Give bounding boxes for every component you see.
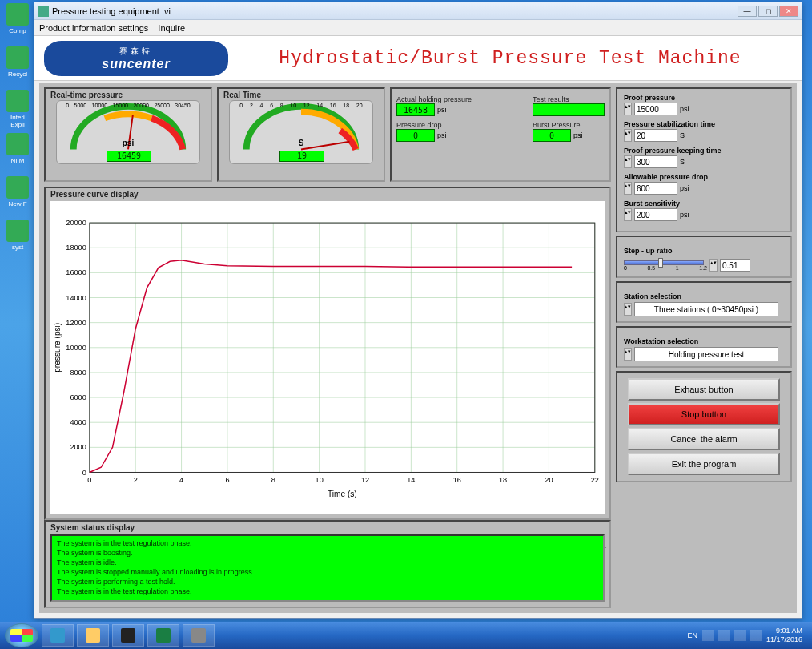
svg-text:2: 2 (134, 476, 138, 484)
svg-text:8: 8 (271, 476, 275, 484)
spin-icon[interactable]: ▴▾ (624, 208, 632, 221)
spin-icon[interactable]: ▴▾ (709, 259, 718, 272)
svg-text:4000: 4000 (70, 418, 86, 426)
realtime-time-panel: Real Time 02468101214161820 S 19 (217, 87, 385, 182)
pressure-curve-panel: Pressure curve display 02468101214161820… (44, 187, 611, 520)
tray-icon[interactable] (702, 630, 714, 641)
svg-text:14: 14 (407, 476, 415, 484)
menubar: Product information settings Inquire (34, 20, 802, 36)
pressure-drop-value: 0 (396, 129, 435, 142)
status-panel: System status display ▲ The system is in… (44, 520, 611, 608)
workstation-select[interactable]: Holding pressure test (634, 347, 778, 361)
menu-inquire[interactable]: Inquire (158, 23, 185, 33)
burst-pressure-value: 0 (533, 129, 571, 142)
window-title: Pressure testing equipment .vi (52, 6, 738, 16)
stop-button[interactable]: Stop button (628, 403, 780, 425)
svg-text:10: 10 (316, 476, 324, 484)
desktop-icon[interactable]: Recycl (3, 46, 32, 82)
system-tray: EN 9:01 AM 11/17/2016 (687, 627, 807, 644)
desktop-icon[interactable]: syst (3, 220, 32, 255)
app-icon (38, 6, 49, 17)
pressure-chart: 0246810121416182022020004000600080001000… (50, 201, 605, 514)
station-select[interactable]: Three stations ( 0~30450psi ) (634, 302, 778, 316)
svg-text:14000: 14000 (66, 294, 86, 302)
parameters-panel: Proof pressure ▴▾psi Pressure stabilizat… (616, 87, 792, 232)
language-indicator[interactable]: EN (687, 631, 697, 639)
desktop-icon[interactable]: Interi Expli (3, 90, 32, 125)
realtime-pressure-panel: Real-time pressure 050001000015000200002… (44, 87, 212, 182)
cancel-alarm-button[interactable]: Cancel the alarm (628, 428, 780, 450)
desktop-icon[interactable]: NI M (3, 133, 32, 168)
svg-text:16: 16 (453, 476, 461, 484)
pressure-gauge: 050001000015000200002500030450 psi 16459 (56, 100, 200, 164)
keeping-time-param: Proof pressure keeping time ▴▾S (624, 147, 784, 168)
taskbar-labview[interactable] (112, 624, 144, 647)
readouts-panel: Actual holding pressure 16458psi Pressur… (390, 87, 611, 182)
svg-text:12000: 12000 (66, 319, 86, 327)
svg-text:20: 20 (545, 476, 553, 484)
time-gauge: 02468101214161820 S 19 (229, 100, 373, 164)
svg-text:22: 22 (591, 476, 599, 484)
test-results-indicator (533, 103, 605, 116)
svg-text:20000: 20000 (66, 219, 86, 227)
logo: 赛森特 suncenter (44, 41, 228, 76)
keeping-time-input[interactable] (634, 155, 677, 168)
titlebar[interactable]: Pressure testing equipment .vi — ◻ ✕ (34, 2, 802, 20)
svg-text:0: 0 (87, 476, 91, 484)
pressure-value: 16459 (107, 151, 151, 162)
allowable-drop-input[interactable] (634, 182, 677, 195)
station-selection-panel: Station selection ▴▾Three stations ( 0~3… (616, 281, 792, 323)
exit-button[interactable]: Exit the program (628, 453, 780, 475)
proof-pressure-param: Proof pressure ▴▾psi (624, 94, 784, 115)
taskbar-explorer[interactable] (77, 624, 109, 647)
taskbar-ie[interactable] (42, 624, 74, 647)
menu-product-info[interactable]: Product information settings (39, 23, 148, 33)
svg-text:16000: 16000 (66, 268, 86, 276)
close-button[interactable]: ✕ (779, 6, 798, 17)
app-window: Pressure testing equipment .vi — ◻ ✕ Pro… (34, 2, 802, 619)
svg-text:2000: 2000 (70, 443, 86, 451)
burst-sensitivity-param: Burst sensitivity ▴▾psi (624, 200, 784, 221)
svg-text:6: 6 (225, 476, 229, 484)
svg-text:18: 18 (499, 476, 507, 484)
status-log[interactable]: The system is in the test regulation pha… (50, 534, 605, 602)
svg-text:4: 4 (179, 476, 183, 484)
step-up-input[interactable] (720, 259, 750, 272)
step-up-slider[interactable] (624, 260, 704, 265)
spin-icon[interactable]: ▴▾ (624, 155, 632, 168)
desktop-icon[interactable]: New F (3, 176, 32, 212)
main-title: Hydrostatic/Burst Pressure Test Machine (228, 48, 792, 69)
actual-holding-value: 16458 (396, 103, 435, 116)
time-value: 19 (279, 151, 324, 162)
minimize-button[interactable]: — (738, 6, 757, 17)
svg-text:18000: 18000 (66, 244, 86, 252)
step-up-panel: Step - up ratio 00.511.2 ▴▾ (616, 236, 792, 278)
desktop-icons: Comp Recycl Interi Expli NI M New F syst (3, 3, 32, 263)
clock[interactable]: 9:01 AM 11/17/2016 (766, 627, 802, 644)
volume-icon[interactable] (750, 630, 762, 641)
svg-text:8000: 8000 (70, 369, 86, 377)
burst-sensitivity-input[interactable] (634, 208, 677, 221)
start-button[interactable] (5, 623, 38, 647)
svg-text:6000: 6000 (70, 393, 86, 401)
exhaust-button[interactable]: Exhaust button (628, 378, 780, 401)
header: 赛森特 suncenter Hydrostatic/Burst Pressure… (34, 36, 802, 81)
maximize-button[interactable]: ◻ (758, 6, 778, 17)
network-icon[interactable] (734, 630, 746, 641)
svg-text:0: 0 (82, 469, 86, 477)
spin-icon[interactable]: ▴▾ (624, 348, 632, 361)
spin-icon[interactable]: ▴▾ (624, 182, 632, 195)
spin-icon[interactable]: ▴▾ (624, 303, 632, 316)
flag-icon[interactable] (718, 630, 730, 641)
taskbar: EN 9:01 AM 11/17/2016 (0, 622, 812, 649)
stabilization-time-input[interactable] (634, 129, 677, 142)
taskbar-excel[interactable] (147, 624, 179, 647)
spin-icon[interactable]: ▴▾ (624, 129, 632, 142)
spin-icon[interactable]: ▴▾ (624, 103, 632, 115)
desktop-icon[interactable]: Comp (3, 3, 32, 38)
svg-text:12: 12 (361, 476, 369, 484)
proof-pressure-input[interactable] (634, 103, 677, 115)
stabilization-time-param: Pressure stabilization time ▴▾S (624, 120, 784, 142)
allowable-drop-param: Allowable pressure drop ▴▾psi (624, 173, 784, 195)
taskbar-app[interactable] (183, 624, 215, 647)
